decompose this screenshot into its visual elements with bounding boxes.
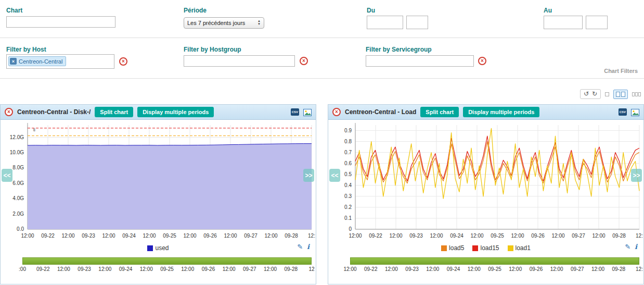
display-multiple-periods-button[interactable]: Display multiple periods [137,107,214,117]
svg-text:09-25: 09-25 [491,233,504,239]
timeline-tick-label: 12:00 [550,266,563,272]
svg-text:12:: 12: [308,233,315,239]
legend-item[interactable]: load15 [472,244,499,252]
svg-text:0.8: 0.8 [344,139,352,144]
clear-hostgroup-filter-icon[interactable]: × [300,57,308,65]
timeline-selector[interactable] [350,257,639,265]
disk-chart-plot[interactable]: 12:0009-2212:0009-2312:0009-2412:0009-25… [1,121,316,242]
edit-chart-icon[interactable]: ✎ [625,243,630,251]
svg-text:09-28: 09-28 [612,233,626,239]
svg-text:12:00: 12:00 [511,233,524,239]
au-time-input[interactable] [586,16,608,29]
timeline-tick-label: 09-23 [405,266,419,272]
svg-text:0: 0 [349,226,352,232]
svg-text:12:00: 12:00 [21,233,34,239]
hostgroup-filter-input[interactable] [184,55,295,67]
host-tag[interactable]: × Centreon-Central [8,56,66,66]
scroll-right-button[interactable]: >> [303,169,314,182]
export-image-icon[interactable] [303,108,312,116]
svg-text:12:00: 12:00 [143,233,156,239]
chart-info-icon[interactable]: i [635,243,637,251]
chart-info-icon[interactable]: i [307,243,310,251]
svg-text:09-27: 09-27 [244,233,257,239]
timeline-tick-label: 12:00 [264,266,277,272]
timeline-tick-label: 09-27 [243,266,256,272]
legend-item[interactable]: load1 [508,244,531,252]
clear-host-filter-icon[interactable]: × [119,57,127,66]
du-time-input[interactable] [406,16,428,29]
timeline-selector[interactable] [22,257,312,265]
period-field-label: Période [184,7,207,14]
split-chart-button[interactable]: Split chart [95,107,133,117]
svg-text:12:00: 12:00 [61,233,74,239]
svg-text:09-27: 09-27 [572,233,585,239]
section-divider [0,78,644,79]
legend-label: load5 [449,244,464,252]
servicegroup-filter-input[interactable] [366,55,474,67]
svg-text:09-22: 09-22 [41,233,55,239]
svg-text:0.5: 0.5 [344,171,352,177]
au-field-label: Au [544,7,552,14]
scroll-right-button[interactable]: >> [631,169,642,182]
legend-label: load15 [480,244,499,252]
svg-text:10.0G: 10.0G [10,150,24,155]
timeline-tick-label: 12:00 [468,266,481,272]
scroll-left-button[interactable]: << [329,169,340,182]
period-select[interactable]: Les 7 précédents jours [184,17,264,29]
export-csv-icon[interactable]: CSV [291,108,299,116]
legend-label: load1 [516,244,531,252]
chart-legend: used ✎ i [1,242,316,254]
legend-actions: ✎ i [297,243,310,251]
layout-single-column-icon[interactable] [605,92,609,96]
timeline-tick-label: 09-23 [78,266,91,272]
scroll-left-button[interactable]: << [2,169,12,182]
load-chart-plot[interactable]: 12:0009-2212:0009-2312:0009-2412:0009-25… [328,121,643,242]
timeline-tick-label: 12:00 [223,266,236,272]
chart-panel-disk: × Centreon-Central - Disk-/ Split chart … [0,104,316,284]
svg-text:2.0G: 2.0G [12,211,24,217]
chart-title: Centreon-Central - Load [345,108,416,116]
chart-search-input[interactable] [6,16,115,28]
svg-text:4.0G: 4.0G [12,195,24,201]
timeline-tick-label: 09-25 [488,266,501,272]
svg-text:12:00: 12:00 [102,233,115,239]
close-chart-icon[interactable]: × [332,108,341,116]
chart-field-label: Chart [6,7,22,14]
svg-text:6.0G: 6.0G [12,180,24,186]
timeline-tick-label: 12 [308,266,314,272]
export-image-icon[interactable] [631,108,639,116]
svg-text:09-22: 09-22 [369,233,382,239]
filter-by-hostgroup-label: Filter by Hostgroup [184,46,241,53]
layout-two-column-icon[interactable] [613,90,628,99]
svg-text:∞: ∞ [32,128,37,131]
timeline-tick-label: 12:00 [57,266,70,272]
filter-by-servicegroup-label: Filter by Servicegroup [366,46,432,53]
du-date-input[interactable] [367,16,403,29]
svg-text:09-28: 09-28 [285,233,298,239]
export-csv-icon[interactable]: CSV [619,108,627,116]
svg-text:12:00: 12:00 [183,233,196,239]
chart-panel-load: × Centreon-Central - Load Split chart Di… [328,104,644,284]
split-chart-button[interactable]: Split chart [420,107,459,117]
svg-text:12:00: 12:00 [551,233,564,239]
clear-servicegroup-filter-icon[interactable]: × [478,57,486,65]
refresh-icon[interactable]: ↺ [584,91,589,97]
legend-item[interactable]: load5 [441,244,464,252]
edit-chart-icon[interactable]: ✎ [297,243,303,251]
refresh-box: ↺ ↻ [580,89,601,99]
timeline-tick-label: 09-26 [530,266,543,272]
svg-text:12.0G: 12.0G [10,134,24,140]
close-chart-icon[interactable]: × [5,108,13,116]
legend-item[interactable]: used [147,244,169,252]
auto-refresh-icon[interactable]: ↻ [592,91,597,97]
layout-three-column-icon[interactable] [632,92,641,96]
timeline-tick-label: 09-24 [119,266,133,272]
filter-by-host-label: Filter by Host [6,46,46,53]
timeline-tick-label: 09-27 [571,266,584,272]
display-multiple-periods-button[interactable]: Display multiple periods [463,107,539,117]
au-date-input[interactable] [544,16,583,29]
timeline-tick-label: 09-28 [612,266,625,272]
remove-host-tag-icon[interactable]: × [10,58,17,65]
chart-legend: load5load15load1 ✎ i [328,242,643,254]
host-filter-tagbox[interactable]: × Centreon-Central [6,54,114,69]
